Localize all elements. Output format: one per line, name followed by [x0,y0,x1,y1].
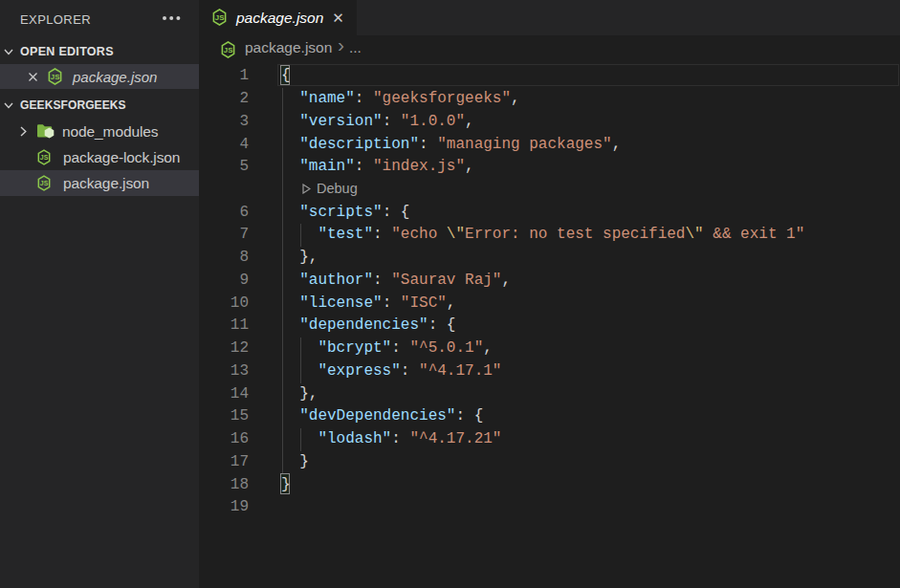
svg-text:JS: JS [224,46,233,54]
svg-text:JS: JS [40,180,49,186]
svg-text:JS: JS [51,73,60,81]
svg-text:JS: JS [215,13,225,22]
svg-text:JS: JS [40,154,49,161]
